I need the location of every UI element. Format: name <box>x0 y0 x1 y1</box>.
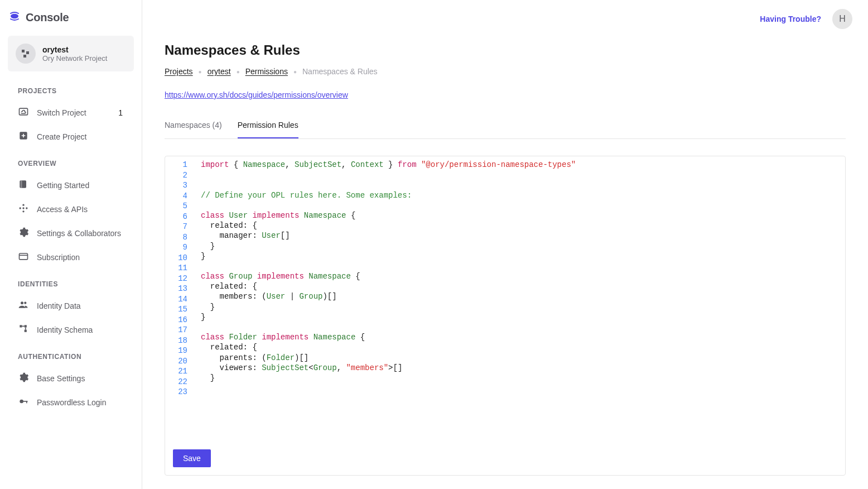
brand-name: Console <box>26 11 69 24</box>
nav-label: Settings & Collaborators <box>37 229 124 238</box>
crumb-current: Namespaces & Rules <box>302 67 378 76</box>
card-icon <box>18 251 29 263</box>
svg-rect-21 <box>26 401 27 403</box>
sidebar: Console orytest Ory Network Project PROJ… <box>0 0 142 489</box>
breadcrumb-sep: ● <box>293 69 297 75</box>
tabs: Namespaces (4) Permission Rules <box>165 114 846 139</box>
section-overview-label: OVERVIEW <box>0 157 142 173</box>
project-subtitle: Ory Network Project <box>42 54 107 63</box>
crumb-project[interactable]: orytest <box>208 67 231 76</box>
section-auth-label: AUTHENTICATION <box>0 351 142 366</box>
sidebar-item-passwordless[interactable]: Passwordless Login <box>0 390 142 414</box>
book-icon <box>18 179 29 191</box>
tab-permission-rules[interactable]: Permission Rules <box>238 114 298 138</box>
sidebar-item-access-apis[interactable]: Access & APIs <box>0 197 142 221</box>
gear-icon <box>18 372 29 385</box>
svg-point-8 <box>20 207 21 209</box>
svg-rect-3 <box>23 55 26 57</box>
having-trouble-link[interactable]: Having Trouble? <box>760 15 821 23</box>
nav-label: Identity Schema <box>37 325 124 334</box>
svg-point-11 <box>22 210 24 212</box>
nav-label: Identity Data <box>37 301 124 310</box>
save-button[interactable]: Save <box>173 449 211 467</box>
svg-point-10 <box>22 204 24 206</box>
crumb-permissions[interactable]: Permissions <box>245 67 288 76</box>
project-avatar <box>16 44 36 64</box>
sidebar-item-create-project[interactable]: Create Project <box>0 124 142 148</box>
crumb-projects[interactable]: Projects <box>165 67 193 76</box>
nav-label: Passwordless Login <box>37 398 124 407</box>
section-identities-label: IDENTITIES <box>0 278 142 294</box>
svg-point-0 <box>11 14 18 18</box>
svg-point-15 <box>24 302 26 304</box>
gear-icon <box>18 227 29 239</box>
sidebar-item-settings-collab[interactable]: Settings & Collaborators <box>0 221 142 245</box>
nav-label: Access & APIs <box>37 205 124 214</box>
key-icon <box>18 396 29 409</box>
user-avatar[interactable]: H <box>832 9 852 29</box>
sidebar-item-subscription[interactable]: Subscription <box>0 245 142 269</box>
code-editor[interactable]: 1234567891011121314151617181920212223 im… <box>165 156 846 476</box>
plus-box-icon <box>18 130 29 143</box>
svg-rect-1 <box>22 50 25 52</box>
svg-rect-18 <box>25 330 27 332</box>
sidebar-item-switch-project[interactable]: Switch Project 1 <box>0 100 142 124</box>
section-projects-label: PROJECTS <box>0 85 142 100</box>
project-name: orytest <box>42 45 107 54</box>
svg-rect-2 <box>26 51 29 54</box>
logo-icon <box>9 10 20 25</box>
api-icon <box>18 203 29 215</box>
breadcrumb-sep: ● <box>237 69 240 75</box>
editor-gutter: 1234567891011121314151617181920212223 <box>165 160 194 442</box>
nav-label: Subscription <box>37 253 124 262</box>
sidebar-item-base-settings[interactable]: Base Settings <box>0 366 142 390</box>
breadcrumb-sep: ● <box>199 69 202 75</box>
nav-label: Switch Project <box>37 108 110 117</box>
svg-point-14 <box>21 301 23 304</box>
nav-label: Getting Started <box>37 181 124 190</box>
sidebar-item-identity-schema[interactable]: Identity Schema <box>0 318 142 342</box>
project-card[interactable]: orytest Ory Network Project <box>8 36 134 71</box>
sidebar-item-getting-started[interactable]: Getting Started <box>0 173 142 197</box>
sidebar-item-identity-data[interactable]: Identity Data <box>0 294 142 318</box>
editor-code[interactable]: import { Namespace, SubjectSet, Context … <box>194 160 845 442</box>
svg-point-7 <box>22 207 24 209</box>
svg-point-9 <box>26 207 27 209</box>
brand-row: Console <box>0 10 142 36</box>
svg-rect-12 <box>20 253 28 260</box>
page-title: Namespaces & Rules <box>165 42 846 58</box>
nav-label: Create Project <box>37 132 124 141</box>
people-icon <box>18 299 29 312</box>
docs-link[interactable]: https://www.ory.sh/docs/guides/permissio… <box>165 90 348 99</box>
nav-count: 1 <box>118 108 123 117</box>
tab-namespaces[interactable]: Namespaces (4) <box>165 114 222 138</box>
svg-rect-16 <box>20 325 22 327</box>
nav-label: Base Settings <box>37 374 124 383</box>
topbar: Having Trouble? H <box>142 0 868 32</box>
svg-rect-17 <box>25 325 27 327</box>
breadcrumb: Projects ● orytest ● Permissions ● Names… <box>165 67 846 85</box>
svg-point-19 <box>20 400 23 404</box>
svg-rect-6 <box>21 180 22 188</box>
cloud-icon <box>18 106 29 119</box>
main: Having Trouble? H Namespaces & Rules Pro… <box>142 0 868 489</box>
schema-icon <box>18 323 29 336</box>
